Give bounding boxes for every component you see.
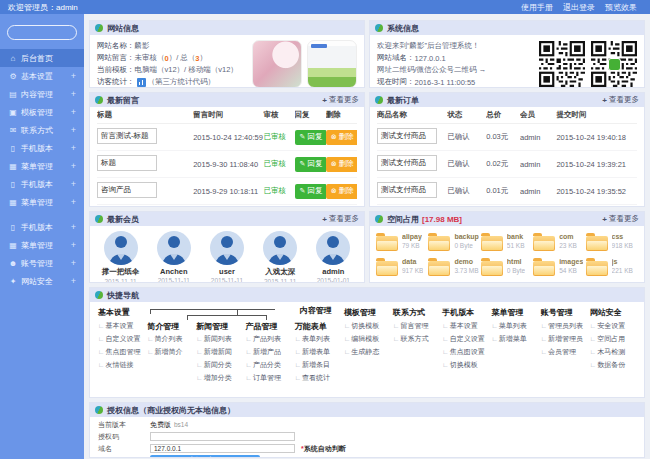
quick-nav-link[interactable]: ∟新增条目 <box>295 360 341 373</box>
sidebar-item-icon: ✦ <box>8 277 18 286</box>
quick-nav-link[interactable]: ∟菜单列表 <box>491 321 537 334</box>
order-product-name[interactable]: 测试支付商品 <box>377 182 437 198</box>
folder-item[interactable]: js 221 KB <box>586 254 638 279</box>
folder-item[interactable]: backup 0 Byte <box>428 229 480 254</box>
avatar[interactable] <box>104 231 138 265</box>
quick-nav-link[interactable]: ∟空间占用 <box>590 334 636 347</box>
avatar[interactable] <box>157 231 191 265</box>
more-link[interactable]: +查看更多 <box>602 95 639 105</box>
sidebar-item[interactable]: ▦ 菜单管理 + <box>0 157 84 175</box>
topbar: 欢迎管理员：admin 使用手册 退出登录 预览效果 <box>0 0 650 14</box>
sidebar-item[interactable]: ▤ 内容管理 + <box>0 85 84 103</box>
quick-nav-link[interactable]: ∟管理员列表 <box>541 321 587 334</box>
quick-nav-link[interactable]: ∟新闻列表 <box>196 334 242 347</box>
visitor-stats-icon[interactable] <box>137 78 146 87</box>
quick-nav-link[interactable]: ∟简介列表 <box>147 334 193 347</box>
quick-nav-link[interactable]: ∟增加分类 <box>196 373 242 386</box>
sidebar-item[interactable]: ☻ 账号管理 + <box>0 254 84 272</box>
quick-nav-link[interactable]: ∟会员管理 <box>541 347 587 360</box>
topbar-link[interactable]: 预览效果 <box>600 2 642 13</box>
more-link[interactable]: +查看更多 <box>322 95 359 105</box>
delete-button[interactable]: ⊗删除 <box>326 157 357 172</box>
site-thumbnail-mobile[interactable] <box>307 40 357 88</box>
topbar-link[interactable]: 使用手册 <box>516 2 558 13</box>
sidebar-item[interactable]: ▣ 模板管理 + <box>0 103 84 121</box>
reply-button[interactable]: ✎回复 <box>295 130 326 145</box>
plus-icon: + <box>322 215 327 224</box>
more-link[interactable]: +查看更多 <box>322 214 359 224</box>
quick-nav-link[interactable]: ∟订单管理 <box>246 373 292 386</box>
folder-item[interactable]: com 23 KB <box>533 229 585 254</box>
folder-icon <box>586 236 608 251</box>
quick-nav-link[interactable]: ∟自定义设置 <box>442 334 488 347</box>
quick-nav-link[interactable]: ∟安全设置 <box>590 321 636 334</box>
message-title[interactable]: 标题 <box>97 155 157 171</box>
reply-button[interactable]: ✎回复 <box>295 157 326 172</box>
quick-nav-link[interactable]: ∟焦点图设置 <box>442 347 488 360</box>
quick-nav-link[interactable]: ∟新增菜单 <box>491 334 537 347</box>
more-link[interactable]: +查看更多 <box>602 214 639 224</box>
quick-nav-link[interactable]: ∟切换模板 <box>442 360 488 373</box>
quick-nav-link[interactable]: ∟基本设置 <box>442 321 488 334</box>
quick-nav-link[interactable]: ∟查看统计 <box>295 373 341 386</box>
sidebar-item[interactable]: ✦ 网站安全 + <box>0 272 84 290</box>
quick-nav-link[interactable]: ∟自定义设置 <box>98 334 144 347</box>
sidebar-item[interactable]: ✉ 联系方式 + <box>0 121 84 139</box>
sidebar-item[interactable]: ⌂ 后台首页 <box>0 49 84 67</box>
message-title[interactable]: 咨询产品 <box>97 182 157 198</box>
quick-nav-link[interactable]: ∟新增表单 <box>295 347 341 360</box>
folder-item[interactable]: images 54 KB <box>533 254 585 279</box>
delete-button[interactable]: ⊗删除 <box>326 130 357 145</box>
elbow-icon: ∟ <box>246 348 252 355</box>
quick-nav-link[interactable]: ∟切换模板 <box>344 321 390 334</box>
avatar[interactable] <box>263 231 297 265</box>
folder-item[interactable]: html 0 Byte <box>481 254 533 279</box>
quick-nav-link[interactable]: ∟新增管理员 <box>541 334 587 347</box>
sidebar-item[interactable]: ▦ 菜单管理 + <box>0 193 84 211</box>
sidebar-search-input[interactable] <box>14 29 70 36</box>
quick-nav-link[interactable]: ∟焦点图管理 <box>98 347 144 360</box>
folder-item[interactable]: bank 51 KB <box>481 229 533 254</box>
quick-nav-link[interactable]: ∟数据备份 <box>590 360 636 373</box>
orders-table-body: 测试支付商品 已确认 0.03元 admin 2015-10-24 19:40:… <box>377 124 637 205</box>
sidebar-item[interactable]: ▯ 手机版本 + <box>0 139 84 157</box>
quick-nav-link[interactable]: ∟基本设置 <box>98 321 144 334</box>
quick-nav-link[interactable]: ∟产品分类 <box>246 360 292 373</box>
folder-item[interactable]: demo 3.73 MB <box>428 254 480 279</box>
panel-title: 系统信息 <box>387 23 419 34</box>
elbow-icon: ∟ <box>295 374 301 381</box>
avatar[interactable] <box>210 231 244 265</box>
quick-nav-link[interactable]: ∟生成静态 <box>344 347 390 360</box>
reply-button[interactable]: ✎回复 <box>295 184 326 199</box>
quick-nav-link[interactable]: ∟联系方式 <box>393 334 439 347</box>
order-product-name[interactable]: 测试支付商品 <box>377 128 437 144</box>
folder-item[interactable]: alipay 79 KB <box>376 229 428 254</box>
quick-nav-link[interactable]: ∟木马检测 <box>590 347 636 360</box>
sidebar-item[interactable]: ▦ 菜单管理 + <box>0 236 84 254</box>
quick-nav-link[interactable]: ∟新增产品 <box>246 347 292 360</box>
delete-button[interactable]: ⊗删除 <box>326 184 357 199</box>
quick-nav-link[interactable]: ∟友情链接 <box>98 360 144 373</box>
how-to-get-code-link[interactable]: *如何获得授权码？ <box>266 456 325 459</box>
quick-nav-link[interactable]: ∟新增简介 <box>147 347 193 360</box>
quick-nav-link[interactable]: ∟表单列表 <box>295 334 341 347</box>
avatar[interactable] <box>316 231 350 265</box>
order-product-name[interactable]: 测试支付商品 <box>377 155 437 171</box>
quick-nav-link[interactable]: ∟新增新闻 <box>196 347 242 360</box>
domain-input[interactable] <box>150 444 295 453</box>
site-thumbnail-pc[interactable] <box>252 40 302 88</box>
auth-code-input[interactable] <box>150 432 295 441</box>
order-status: 已确认 <box>447 186 486 196</box>
quick-nav-link[interactable]: ∟新闻分类 <box>196 360 242 373</box>
quick-nav-link[interactable]: ∟编辑模板 <box>344 334 390 347</box>
quick-nav-link[interactable]: ∟产品列表 <box>246 334 292 347</box>
folder-item[interactable]: data 917 KB <box>376 254 428 279</box>
message-title[interactable]: 留言测试-标题 <box>97 128 157 144</box>
sidebar-item[interactable]: ▯ 手机版本 + <box>0 175 84 193</box>
sidebar-item[interactable]: ⚙ 基本设置 + <box>0 67 84 85</box>
topbar-link[interactable]: 退出登录 <box>558 2 600 13</box>
folder-item[interactable]: css 918 KB <box>586 229 638 254</box>
sidebar-item[interactable]: ▯ 手机版本 + <box>0 218 84 236</box>
quick-nav-link[interactable]: ∟留言管理 <box>393 321 439 334</box>
authorize-button[interactable]: 授 权 <box>150 455 260 459</box>
